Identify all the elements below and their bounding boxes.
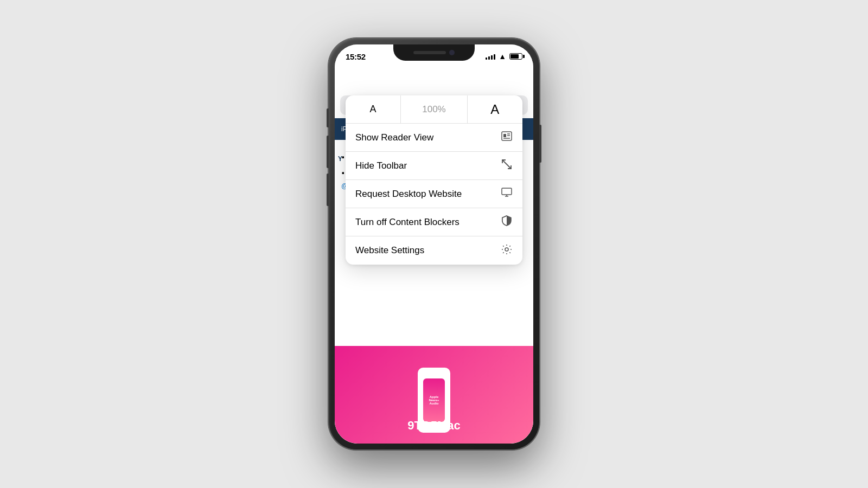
signal-icon: [486, 53, 495, 60]
font-increase-button[interactable]: A: [467, 95, 522, 123]
svg-rect-6: [502, 188, 512, 195]
font-size-row: A 100% A: [346, 95, 522, 124]
request-desktop-item[interactable]: Request Desktop Website: [346, 180, 522, 208]
dropdown-overlay[interactable]: Y A 100% A Show Reader View: [335, 68, 533, 444]
status-icons: ▲: [486, 52, 522, 61]
hide-toolbar-item[interactable]: Hide Toolbar: [346, 152, 522, 180]
arrows-icon: [501, 158, 513, 173]
svg-rect-1: [503, 134, 506, 137]
gear-icon: [501, 243, 513, 258]
reader-icon: [501, 130, 513, 145]
website-settings-label: Website Settings: [355, 245, 424, 256]
shield-icon: [501, 215, 513, 229]
monitor-icon: [501, 187, 513, 201]
hide-toolbar-label: Hide Toolbar: [355, 160, 407, 171]
status-time: 15:52: [346, 52, 366, 61]
phone-screen: 15:52 ▲ AA 🔒: [335, 44, 533, 444]
power-button: [539, 125, 541, 163]
font-decrease-button[interactable]: A: [346, 95, 401, 123]
show-reader-view-label: Show Reader View: [355, 132, 433, 143]
mute-button: [327, 108, 329, 127]
font-percent-display: 100%: [401, 104, 467, 115]
notch: [393, 44, 475, 61]
battery-icon: [509, 53, 522, 60]
y-tab: Y: [335, 152, 346, 165]
volume-up-button: [327, 136, 329, 168]
speaker: [413, 51, 446, 54]
dropdown-menu: A 100% A Show Reader View: [346, 95, 522, 265]
volume-down-button: [327, 174, 329, 206]
turn-off-content-blockers-label: Turn off Content Blockers: [355, 217, 459, 228]
show-reader-view-item[interactable]: Show Reader View: [346, 124, 522, 152]
request-desktop-label: Request Desktop Website: [355, 189, 462, 200]
svg-rect-0: [502, 132, 512, 140]
wifi-icon: ▲: [499, 52, 506, 61]
turn-off-content-blockers-item[interactable]: Turn off Content Blockers: [346, 208, 522, 236]
svg-point-9: [505, 248, 508, 251]
phone-mockup: 15:52 ▲ AA 🔒: [328, 38, 540, 450]
front-camera: [449, 50, 455, 55]
website-settings-item[interactable]: Website Settings: [346, 236, 522, 265]
svg-line-5: [502, 160, 511, 169]
